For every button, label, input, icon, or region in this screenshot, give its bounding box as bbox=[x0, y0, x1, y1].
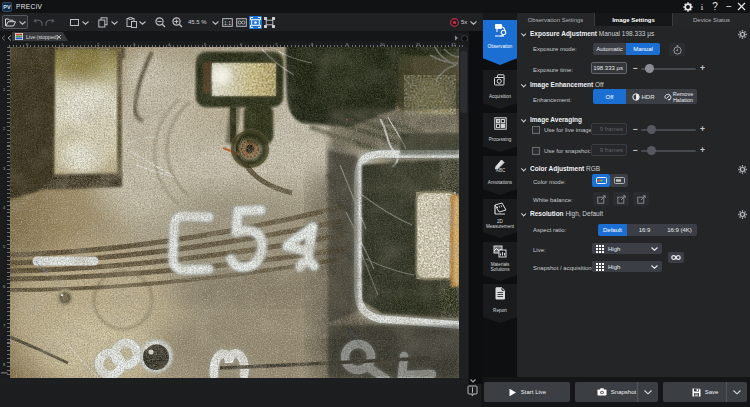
svg-text:ABC: ABC bbox=[496, 168, 506, 173]
svg-text:1:1: 1:1 bbox=[224, 20, 231, 26]
